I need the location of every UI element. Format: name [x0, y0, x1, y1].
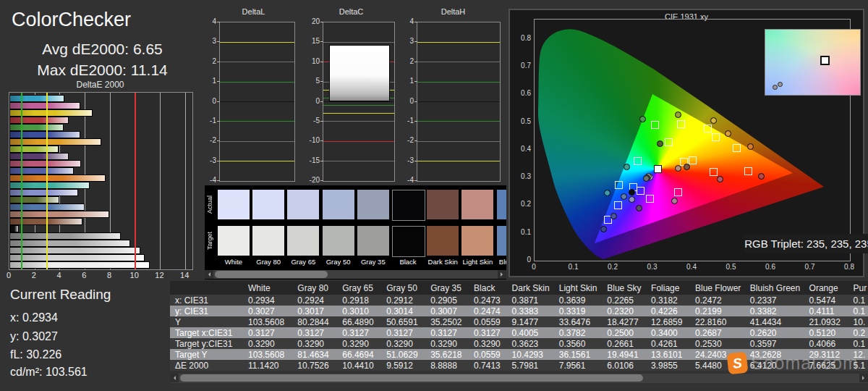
col-header: White: [243, 281, 292, 295]
swatch-scrollbar[interactable]: [205, 270, 506, 279]
x-tick-label: 6: [77, 271, 91, 279]
cell-value: 103.5608: [243, 316, 292, 327]
y-tick-label: 10: [305, 57, 320, 65]
cie-measured-point: [758, 173, 765, 180]
cell-value: 0.3383: [507, 306, 554, 316]
table-scroll-left-icon[interactable]: [170, 374, 179, 382]
y-tick: [414, 180, 417, 181]
y-tick-label: -2: [202, 136, 216, 144]
cie-x-tick-label: 0.7: [801, 263, 819, 271]
ref-line: [220, 82, 294, 83]
de-bar-blue-flower: [9, 189, 78, 196]
de-bar-gray-65: [9, 247, 140, 254]
de-bar-gray-35: [9, 232, 121, 240]
table-row: x: CIE310.29340.29240.29180.29120.29050.…: [170, 295, 868, 306]
de-bar-purplish-blue: [9, 167, 74, 175]
cell-value: 0.1: [848, 306, 868, 316]
swatch-actual-white: [218, 190, 250, 219]
col-header: Black: [469, 281, 507, 295]
deltaC-chart: DeltaC 20151050-5-10-15-20: [302, 6, 400, 187]
cie-measured-point: [624, 164, 630, 170]
cie-target-square: [710, 168, 718, 176]
y-tick-label: -20: [305, 176, 320, 184]
table-scrollbar-thumb[interactable]: [180, 374, 643, 382]
cell-value: 10.7526: [292, 360, 337, 371]
table-scrollbar[interactable]: [170, 374, 868, 383]
y-tick: [414, 140, 417, 141]
de-bar-orange: [9, 175, 106, 182]
cell-value: 0.3127: [425, 327, 469, 338]
x-tick-label: 4: [51, 271, 66, 279]
cell-value: 0.3597: [745, 338, 804, 349]
row-label: x: CIE31: [170, 295, 243, 306]
table-scroll-right-icon[interactable]: [859, 374, 868, 382]
col-header: Foliage: [646, 281, 690, 295]
y-tick: [414, 121, 417, 122]
y-tick-label: -1: [202, 117, 216, 125]
y-tick: [414, 101, 417, 102]
deltaL-chart: DeltaL 43210-1-2-3-4: [205, 6, 302, 187]
ref-line: [323, 113, 394, 114]
swatch-scroll-left-icon[interactable]: [205, 270, 213, 279]
swatch-target-white: [218, 226, 250, 256]
de-bar-moderate-red: [9, 160, 81, 167]
cell-value: 0.2912: [381, 295, 425, 306]
swatch-scroll-right-icon[interactable]: [498, 270, 506, 279]
x-tick-label: 8: [102, 271, 116, 279]
cell-value: 50.6591: [381, 316, 425, 327]
y-tick: [217, 140, 220, 141]
cie-target-square: [651, 121, 659, 129]
y-tick: [414, 62, 417, 62]
y-tick: [320, 62, 323, 62]
y-tick: [217, 161, 220, 161]
cell-value: 9.5912: [381, 360, 425, 371]
x-tick-label: 14: [177, 271, 192, 279]
swatch-actual-gray-35: [357, 190, 389, 219]
ref-line: [220, 42, 294, 43]
cell-value: 0.3319: [554, 306, 603, 316]
cell-value: 0.0559: [469, 349, 507, 360]
y-tick-label: 4: [202, 17, 216, 25]
swatch-label: Gray 35: [356, 258, 391, 266]
cell-value: 0.2472: [690, 295, 745, 306]
x-tick-label: 0: [1, 271, 16, 279]
inset-measured-dot: [778, 82, 783, 87]
cell-value: 0.2265: [602, 295, 646, 306]
cie-measured-point: [657, 140, 663, 147]
cell-value: 0.2530: [690, 338, 745, 349]
y-tick: [320, 41, 323, 42]
cell-value: 21.0932: [804, 316, 848, 327]
cell-value: 9.1477: [507, 316, 554, 327]
ref-line: [417, 101, 500, 102]
col-header: Blue Sky: [602, 281, 646, 295]
col-header: Gray 80: [292, 281, 337, 295]
y-tick-label: 4: [399, 17, 414, 25]
deltaH-plot: [417, 22, 501, 182]
swatch-target-gray-50: [323, 226, 354, 256]
swatch-label: Blue Sky: [495, 258, 506, 266]
swatch-label: Light Skin: [460, 258, 495, 266]
ref-line: [220, 121, 294, 122]
de-bar-black: [9, 225, 19, 232]
de-bar-foliage: [9, 196, 59, 203]
y-tick-label: -2: [399, 136, 414, 144]
cell-value: 0.3127: [292, 327, 337, 338]
colorchecker-app: ColorChecker Avg dE2000: 6.65 Max dE2000…: [0, 0, 868, 391]
cell-value: 0.3290: [425, 338, 469, 349]
cell-value: 0.3290: [243, 338, 292, 349]
soomal-logo-icon: S: [727, 352, 749, 375]
cie-y-tick-label: 0.8: [515, 34, 531, 42]
cie-target-square: [674, 188, 682, 196]
swatch-scrollbar-thumb[interactable]: [215, 271, 328, 278]
cie-target-square: [637, 187, 644, 195]
cell-value: 0.3127: [243, 327, 292, 338]
y-tick: [414, 161, 417, 161]
cie-x-tick-label: 0.1: [565, 263, 582, 271]
ref-line: [323, 101, 394, 102]
cie-x-tick-label: 0.2: [604, 263, 621, 271]
cie-x-tick-label: 0.8: [841, 263, 858, 271]
swatch-target-gray-65: [287, 226, 319, 256]
row-label: y: CIE31: [170, 306, 243, 316]
y-tick-label: 0: [305, 97, 320, 105]
deltaL-plot: [219, 22, 295, 182]
